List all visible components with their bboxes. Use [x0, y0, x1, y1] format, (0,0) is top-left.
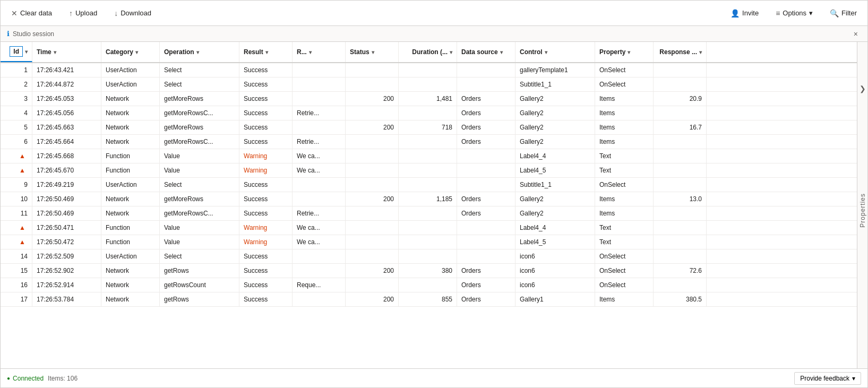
cell-category: UserAction	[101, 178, 160, 192]
cell-datasource: Orders	[457, 292, 515, 306]
cell-r	[293, 264, 346, 278]
sort-icon-duration: ▾	[450, 49, 452, 55]
column-header-response[interactable]: Response ...▾	[654, 42, 707, 62]
cell-r: We ca...	[293, 149, 346, 163]
upload-button[interactable]: ↑ Upload	[65, 7, 101, 20]
column-header-time[interactable]: Time▾	[32, 42, 101, 62]
cell-response	[654, 221, 707, 235]
column-header-id[interactable]: Id▾	[1, 42, 32, 62]
table-row[interactable]: 1417:26:52.509UserActionSelectSuccessico…	[1, 249, 857, 264]
upload-icon: ↑	[69, 9, 73, 18]
table-row[interactable]: 617:26:45.664NetworkgetMoreRowsC...Succe…	[1, 135, 857, 149]
cell-category: Function	[101, 149, 160, 163]
cell-property: Items	[595, 135, 654, 149]
cell-operation: Select	[160, 178, 239, 192]
cell-response: 16.7	[654, 120, 707, 134]
cell-time: 17:26:45.663	[32, 120, 101, 134]
cell-operation: getMoreRowsC...	[160, 206, 239, 220]
table-row[interactable]: ▲17:26:45.670FunctionValueWarningWe ca..…	[1, 163, 857, 178]
cell-control: icon6	[515, 249, 595, 263]
session-label: Studio session	[13, 30, 54, 38]
cell-operation: Value	[160, 163, 239, 177]
table-row[interactable]: 917:26:49.219UserActionSelectSuccessSubt…	[1, 178, 857, 192]
column-header-status[interactable]: Status▾	[346, 42, 399, 62]
col-label-r: R...	[297, 48, 307, 56]
table-row[interactable]: ▲17:26:50.472FunctionValueWarningWe ca..…	[1, 235, 857, 249]
cell-id: 14	[1, 249, 32, 263]
cell-control: Gallery2	[515, 192, 595, 206]
column-header-property[interactable]: Property▾	[595, 42, 654, 62]
table-row[interactable]: ▲17:26:50.471FunctionValueWarningWe ca..…	[1, 221, 857, 235]
column-header-operation[interactable]: Operation▾	[160, 42, 239, 62]
table-row[interactable]: 1117:26:50.469NetworkgetMoreRowsC...Succ…	[1, 206, 857, 221]
cell-id: ▲	[1, 221, 32, 235]
table-row[interactable]: 1717:26:53.784NetworkgetRowsSuccess20085…	[1, 292, 857, 307]
col-label-response: Response ...	[659, 48, 697, 56]
cell-property: Text	[595, 235, 654, 249]
cell-response: 380.5	[654, 292, 707, 306]
provide-feedback-button[interactable]: Provide feedback ▾	[794, 372, 861, 385]
cell-result: Success	[239, 92, 293, 106]
table-row[interactable]: 417:26:45.056NetworkgetMoreRowsC...Succe…	[1, 106, 857, 120]
cell-response: 13.0	[654, 192, 707, 206]
cell-response	[654, 278, 707, 292]
cell-time: 17:26:43.421	[32, 63, 101, 77]
column-header-duration[interactable]: Duration (...▾	[399, 42, 457, 62]
table-row[interactable]: 217:26:44.872UserActionSelectSuccessSubt…	[1, 77, 857, 92]
table-row[interactable]: 1617:26:52.914NetworkgetRowsCountSuccess…	[1, 278, 857, 292]
cell-id: 11	[1, 206, 32, 220]
column-header-result[interactable]: Result▾	[239, 42, 293, 62]
col-label-control: Control	[520, 48, 543, 56]
download-button[interactable]: ↓ Download	[110, 7, 156, 20]
cell-time: 17:26:50.472	[32, 235, 101, 249]
col-label-duration: Duration (...	[412, 48, 448, 56]
cell-status	[346, 77, 399, 91]
cell-r	[293, 178, 346, 192]
clear-data-icon: ✕	[11, 9, 18, 18]
table-row[interactable]: 1517:26:52.902NetworkgetRowsSuccess20038…	[1, 264, 857, 278]
session-close-button[interactable]: ×	[850, 29, 861, 39]
clear-data-button[interactable]: ✕ Clear data	[7, 7, 56, 20]
cell-result: Warning	[239, 235, 293, 249]
cell-time: 17:26:50.469	[32, 206, 101, 220]
cell-duration	[399, 249, 457, 263]
cell-datasource	[457, 178, 515, 192]
cell-duration: 380	[399, 264, 457, 278]
connected-status: Connected	[7, 375, 44, 382]
table-body[interactable]: 117:26:43.421UserActionSelectSuccessgall…	[1, 63, 857, 368]
cell-response	[654, 77, 707, 91]
col-label-status: Status	[350, 48, 369, 56]
cell-result: Warning	[239, 221, 293, 235]
table-row[interactable]: 117:26:43.421UserActionSelectSuccessgall…	[1, 63, 857, 77]
cell-duration	[399, 206, 457, 220]
filter-button[interactable]: 🔍 Filter	[826, 7, 861, 20]
cell-duration	[399, 235, 457, 249]
cell-property: Items	[595, 92, 654, 106]
column-header-category[interactable]: Category▾	[101, 42, 160, 62]
sort-icon-response: ▾	[699, 49, 702, 55]
table-row[interactable]: 1017:26:50.469NetworkgetMoreRowsSuccess2…	[1, 192, 857, 206]
invite-button[interactable]: 👤 Invite	[726, 7, 763, 20]
cell-status	[346, 278, 399, 292]
cell-response	[654, 206, 707, 220]
table-row[interactable]: ▲17:26:45.668FunctionValueWarningWe ca..…	[1, 149, 857, 163]
cell-r: We ca...	[293, 163, 346, 177]
cell-time: 17:26:45.664	[32, 135, 101, 149]
cell-operation: Value	[160, 149, 239, 163]
cell-id: 3	[1, 92, 32, 106]
feedback-chevron-icon: ▾	[852, 375, 855, 382]
table-row[interactable]: 517:26:45.663NetworkgetMoreRowsSuccess20…	[1, 120, 857, 135]
options-button[interactable]: ≡ Options ▾	[771, 7, 817, 20]
properties-side-panel[interactable]: ❯ Properties	[857, 42, 867, 368]
column-header-datasource[interactable]: Data source▾	[457, 42, 515, 62]
cell-category: UserAction	[101, 63, 160, 77]
column-header-r[interactable]: R...▾	[293, 42, 346, 62]
cell-duration	[399, 63, 457, 77]
cell-status	[346, 149, 399, 163]
cell-duration	[399, 106, 457, 120]
cell-duration	[399, 135, 457, 149]
cell-datasource: Orders	[457, 92, 515, 106]
cell-operation: Select	[160, 249, 239, 263]
column-header-control[interactable]: Control▾	[515, 42, 595, 62]
table-row[interactable]: 317:26:45.053NetworkgetMoreRowsSuccess20…	[1, 92, 857, 106]
